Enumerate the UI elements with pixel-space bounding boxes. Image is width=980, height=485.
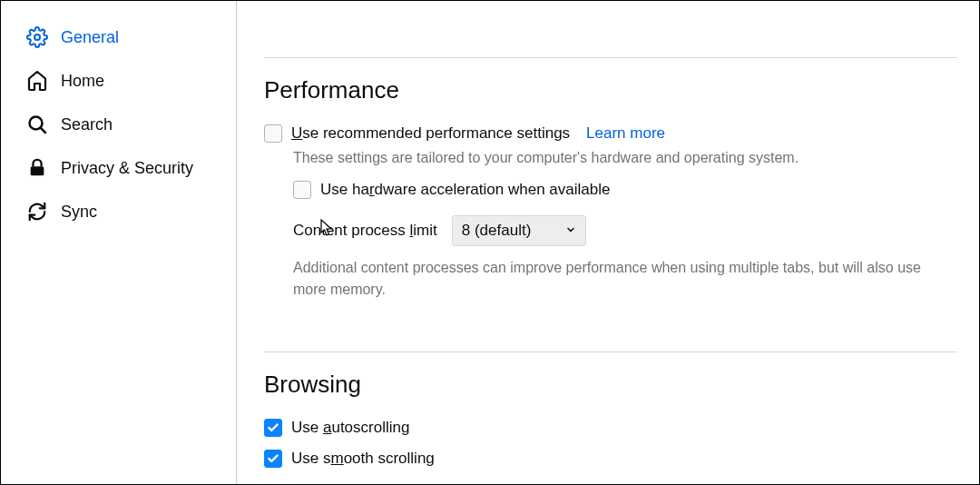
sidebar-item-label: Sync bbox=[61, 203, 97, 222]
process-note: Additional content processes can improve… bbox=[293, 257, 957, 301]
sidebar: General Home Search bbox=[1, 1, 237, 484]
main-content: Performance Use recommended performance … bbox=[237, 1, 979, 484]
hw-accel-row: Use hardware acceleration when available bbox=[293, 181, 957, 199]
gear-icon bbox=[26, 26, 48, 48]
recommended-label: Use recommended performance settings bbox=[291, 124, 570, 143]
sidebar-item-search[interactable]: Search bbox=[1, 103, 236, 146]
sidebar-item-privacy[interactable]: Privacy & Security bbox=[1, 146, 236, 190]
search-icon bbox=[26, 114, 48, 135]
browsing-heading: Browsing bbox=[264, 371, 957, 399]
process-limit-row: Content process limit 8 (default) bbox=[293, 215, 957, 246]
recommended-perf-row: Use recommended performance settings Lea… bbox=[264, 124, 957, 143]
autoscroll-label: Use autoscrolling bbox=[291, 419, 409, 437]
hw-accel-checkbox[interactable] bbox=[293, 181, 311, 199]
smoothscroll-row: Use smooth scrolling bbox=[264, 450, 957, 468]
sidebar-item-home[interactable]: Home bbox=[1, 59, 236, 103]
refresh-icon bbox=[26, 201, 48, 223]
recommended-checkbox[interactable] bbox=[264, 124, 282, 143]
learn-more-link[interactable]: Learn more bbox=[586, 124, 665, 143]
autoscroll-checkbox[interactable] bbox=[264, 419, 282, 437]
lock-icon bbox=[26, 157, 48, 179]
smoothscroll-label: Use smooth scrolling bbox=[291, 450, 435, 468]
process-limit-dropdown[interactable]: 8 (default) bbox=[452, 215, 586, 246]
sidebar-item-label: Privacy & Security bbox=[61, 159, 193, 178]
sidebar-item-general[interactable]: General bbox=[1, 15, 236, 59]
sidebar-item-label: Home bbox=[61, 72, 104, 91]
chevron-down-icon bbox=[565, 223, 576, 239]
dropdown-value: 8 (default) bbox=[462, 222, 532, 240]
smoothscroll-checkbox[interactable] bbox=[264, 450, 282, 468]
sidebar-item-label: Search bbox=[61, 115, 113, 134]
svg-rect-3 bbox=[31, 166, 44, 175]
sidebar-item-label: General bbox=[61, 28, 119, 47]
perf-description: These settings are tailored to your comp… bbox=[293, 150, 957, 166]
svg-line-2 bbox=[41, 128, 45, 133]
svg-point-0 bbox=[34, 35, 40, 40]
divider bbox=[264, 57, 957, 58]
hw-accel-label: Use hardware acceleration when available bbox=[320, 181, 610, 199]
home-icon bbox=[26, 70, 48, 92]
sidebar-item-sync[interactable]: Sync bbox=[1, 190, 236, 233]
performance-heading: Performance bbox=[264, 76, 957, 104]
autoscroll-row: Use autoscrolling bbox=[264, 419, 957, 437]
divider bbox=[264, 351, 957, 352]
process-limit-label: Content process limit bbox=[293, 222, 437, 240]
